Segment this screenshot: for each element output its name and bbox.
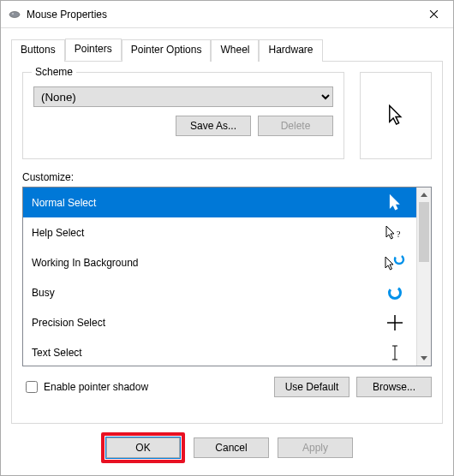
arrow-help-icon: ? [382, 224, 408, 241]
enable-shadow-checkbox[interactable]: Enable pointer shadow [22, 378, 267, 396]
mouse-icon [8, 8, 21, 21]
cancel-button[interactable]: Cancel [194, 437, 269, 458]
ibeam-icon [382, 344, 408, 361]
svg-text:?: ? [397, 229, 401, 239]
close-button[interactable] [414, 2, 453, 27]
use-default-button[interactable]: Use Default [274, 377, 349, 397]
window-title: Mouse Properties [27, 9, 414, 21]
tab-hardware[interactable]: Hardware [259, 39, 322, 62]
cursor-preview-large [360, 72, 432, 159]
ok-highlight: OK [101, 432, 185, 463]
scroll-up-icon[interactable] [417, 187, 431, 202]
scheme-group: Scheme (None) Save As... Delete [22, 72, 344, 159]
save-as-button[interactable]: Save As... [176, 116, 251, 136]
svg-point-0 [9, 11, 20, 17]
scheme-select[interactable]: (None) [33, 86, 333, 107]
tab-buttons[interactable]: Buttons [11, 39, 65, 62]
cursor-listbox[interactable]: Normal Select Help Select ? Working In B… [23, 187, 416, 366]
svg-point-1 [12, 13, 14, 15]
busy-icon [382, 285, 408, 300]
ok-button[interactable]: OK [106, 437, 180, 458]
scrollbar[interactable] [416, 187, 431, 366]
arrow-icon [382, 194, 408, 211]
list-item[interactable]: Working In Background [23, 247, 416, 277]
customize-label: Customize: [22, 171, 432, 183]
apply-button[interactable]: Apply [278, 437, 353, 458]
scroll-down-icon[interactable] [417, 351, 431, 366]
tabs: Buttons Pointers Pointer Options Wheel H… [11, 39, 443, 62]
list-item[interactable]: Busy [23, 277, 416, 307]
tab-pointers[interactable]: Pointers [65, 39, 122, 61]
svg-point-3 [395, 255, 403, 264]
browse-button[interactable]: Browse... [356, 377, 432, 397]
scroll-thumb[interactable] [419, 202, 429, 262]
list-item[interactable]: Text Select [23, 337, 416, 366]
tab-wheel[interactable]: Wheel [211, 39, 259, 62]
list-item[interactable]: Precision Select [23, 307, 416, 337]
cross-icon [382, 314, 408, 331]
tab-pointer-options[interactable]: Pointer Options [122, 39, 212, 62]
list-item[interactable]: Normal Select [23, 187, 416, 217]
list-item[interactable]: Help Select ? [23, 217, 416, 247]
scheme-legend: Scheme [32, 66, 76, 78]
svg-point-4 [390, 287, 401, 298]
arrow-busy-icon [382, 254, 408, 271]
delete-button[interactable]: Delete [258, 116, 333, 136]
